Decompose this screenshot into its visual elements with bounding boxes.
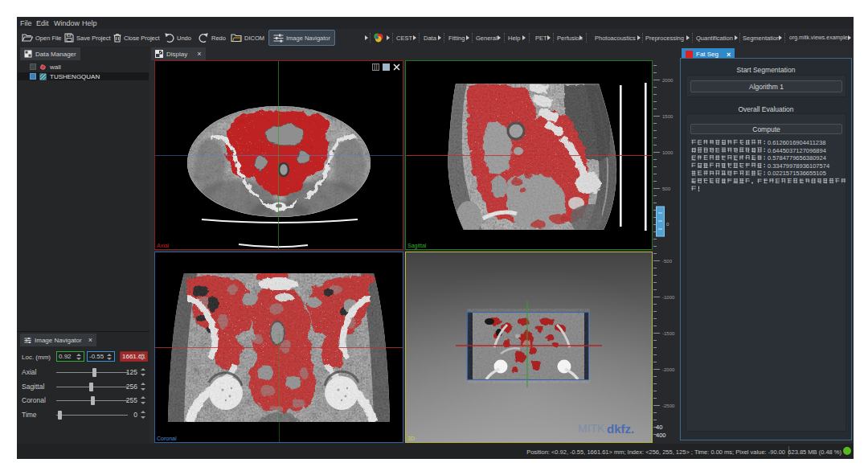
svg-text:-2000: -2000 — [662, 367, 675, 372]
svg-text:0.33479978936107574: 0.33479978936107574 — [768, 162, 829, 170]
svg-text:-500: -500 — [662, 259, 673, 264]
svg-text:MITK: MITK — [578, 422, 605, 435]
svg-text:1000: 1000 — [662, 150, 674, 155]
svg-text:2000: 2000 — [662, 78, 674, 83]
svg-text:0.5784779656380924: 0.5784779656380924 — [768, 154, 826, 162]
svg-text:500: 500 — [662, 186, 671, 191]
svg-text:-1000: -1000 — [662, 295, 675, 300]
svg-text:dkfz.: dkfz. — [607, 422, 634, 436]
svg-text:1500: 1500 — [662, 114, 674, 119]
svg-text:0.6445037127096894: 0.6445037127096894 — [768, 147, 826, 154]
svg-text:0.0221571536655105: 0.0221571536655105 — [768, 170, 826, 177]
svg-text:-1500: -1500 — [662, 331, 675, 336]
svg-text:0: 0 — [666, 222, 669, 227]
svg-text:0.6126016904411238: 0.6126016904411238 — [768, 139, 825, 146]
svg-text:-2500: -2500 — [662, 403, 675, 408]
